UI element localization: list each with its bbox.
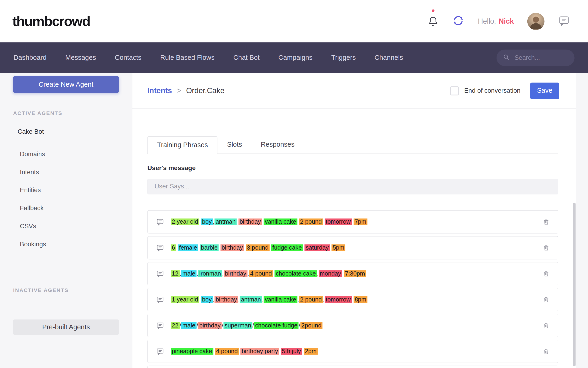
nav-item-messages[interactable]: Messages — [65, 54, 96, 62]
phrase-token[interactable]: male — [181, 322, 197, 329]
phrase-separator — [219, 245, 220, 251]
phrase-separator — [352, 296, 353, 303]
breadcrumb-intents-link[interactable]: Intents — [148, 86, 172, 95]
phrase-token[interactable]: barbie — [200, 245, 219, 251]
delete-phrase-button[interactable] — [543, 296, 550, 304]
phrase-separator — [330, 245, 332, 251]
avatar[interactable] — [527, 12, 545, 30]
phrase-chat-icon — [156, 218, 164, 226]
phrase-token[interactable]: saturday — [305, 245, 330, 251]
phrase-token[interactable]: fudge cake — [271, 245, 303, 251]
phrase-token[interactable]: antman — [240, 296, 262, 303]
brand-logo: thumbcrowd — [12, 13, 90, 29]
sidebar-item-fallback[interactable]: Fallback — [20, 205, 132, 212]
phrase-token[interactable]: boy — [201, 219, 213, 225]
sidebar: Create New Agent ACTIVE AGENTS Cake Bot … — [0, 73, 132, 368]
prebuilt-agents-button[interactable]: Pre-built Agents — [13, 320, 119, 335]
tab-slots[interactable]: Slots — [218, 136, 251, 154]
phrase-token[interactable]: superman — [223, 322, 252, 329]
main-nav: Dashboard Messages Contacts Rule Based F… — [0, 42, 588, 73]
phrase-row: 22/male/birthday/superman/chocolate fudg… — [148, 314, 558, 337]
phrase-token[interactable]: 22 — [171, 322, 180, 329]
nav-item-channels[interactable]: Channels — [375, 54, 403, 62]
user-greeting: Hello, Nick — [478, 17, 514, 26]
sidebar-item-bookings[interactable]: Bookings — [20, 240, 132, 248]
phrase-token[interactable]: birthday — [224, 270, 247, 277]
delete-phrase-button[interactable] — [543, 244, 550, 252]
phrase-token[interactable]: 2 pound — [299, 219, 323, 225]
delete-phrase-button[interactable] — [543, 322, 550, 329]
sidebar-item-csvs[interactable]: CSVs — [20, 223, 132, 230]
phrase-token[interactable]: 7pm — [353, 219, 367, 225]
phrase-token[interactable]: 2 year old — [171, 219, 199, 225]
phrase-text: 12,male,ironman,birthday,4 pound chocola… — [171, 270, 366, 277]
phrase-token[interactable]: 5pm — [332, 245, 345, 251]
nav-item-dashboard[interactable]: Dashboard — [13, 54, 46, 62]
phrase-token[interactable]: 6 — [171, 245, 176, 251]
sidebar-item-domains[interactable]: Domains — [20, 151, 132, 158]
nav-item-contacts[interactable]: Contacts — [115, 54, 141, 62]
phrase-token[interactable]: monday — [318, 270, 342, 277]
messages-button[interactable] — [558, 15, 570, 28]
phrase-text: 1 year old boy,birthday,antman,vanilla c… — [171, 296, 367, 303]
phrase-token[interactable]: 2 pound — [299, 296, 323, 303]
phrase-token[interactable]: pineapple cake — [171, 348, 213, 355]
header-actions: Hello, Nick — [428, 12, 570, 30]
phrase-token[interactable]: ironman — [198, 270, 222, 277]
phrase-token[interactable]: male — [181, 270, 197, 277]
phrase-token[interactable]: 4 pound — [215, 348, 239, 355]
phrase-token[interactable]: tomorrow — [325, 296, 352, 303]
content-header: Intents > Order.Cake End of conversation… — [132, 73, 576, 109]
sidebar-item-entities[interactable]: Entities — [20, 186, 132, 194]
phrase-token[interactable]: chocolate cake — [275, 270, 317, 277]
phrase-row: 1 year old boy,birthday,antman,vanilla c… — [148, 288, 558, 311]
nav-item-campaigns[interactable]: Campaigns — [278, 54, 312, 62]
phrase-row: 2 year old boy,antman birthday vanilla c… — [148, 210, 558, 233]
phrase-token[interactable]: 3 pound — [246, 245, 270, 251]
phrase-token[interactable]: 1 year old — [171, 296, 199, 303]
phrase-token[interactable]: antman — [215, 219, 237, 225]
phrase-token[interactable]: birthday — [238, 219, 262, 225]
phrase-token[interactable]: chocolate fudge — [254, 322, 299, 329]
phrase-token[interactable]: 4 pound — [249, 270, 273, 277]
phrase-row-partial — [148, 366, 558, 368]
sidebar-item-intents[interactable]: Intents — [20, 168, 132, 176]
user-says-input[interactable] — [148, 179, 558, 194]
phrase-token[interactable]: 2pm — [304, 348, 318, 355]
breadcrumb: Intents > Order.Cake — [148, 86, 225, 95]
nav-item-chat-bot[interactable]: Chat Bot — [233, 54, 260, 62]
scrollbar-thumb[interactable] — [573, 203, 576, 366]
phrase-token[interactable]: vanilla cake — [264, 219, 297, 225]
phrase-token[interactable]: 7:30pm — [344, 270, 366, 277]
end-of-conversation-checkbox[interactable] — [450, 86, 459, 95]
phrase-token[interactable]: birthday — [215, 296, 238, 303]
phrase-token[interactable]: boy — [201, 296, 213, 303]
phrase-token[interactable]: 2pound — [300, 322, 323, 329]
tab-training-phrases[interactable]: Training Phrases — [148, 136, 218, 154]
sidebar-item-cake-bot[interactable]: Cake Bot — [18, 128, 132, 135]
notifications-button[interactable] — [428, 15, 439, 27]
phrase-token[interactable]: birthday party — [241, 348, 279, 355]
create-new-agent-button[interactable]: Create New Agent — [13, 76, 119, 93]
phrase-token[interactable]: birthday — [220, 245, 244, 251]
tab-responses[interactable]: Responses — [251, 136, 304, 154]
content-body: Training Phrases Slots Responses User's … — [132, 109, 576, 368]
sync-button[interactable] — [452, 15, 464, 28]
search-input[interactable] — [514, 54, 569, 62]
nav-item-rule-based-flows[interactable]: Rule Based Flows — [160, 54, 215, 62]
phrase-token[interactable]: 12 — [171, 270, 180, 277]
phrase-separator: , — [323, 296, 325, 303]
phrase-token[interactable]: 5th july — [281, 348, 302, 355]
delete-phrase-button[interactable] — [543, 270, 550, 278]
nav-item-triggers[interactable]: Triggers — [331, 54, 356, 62]
save-button[interactable]: Save — [530, 83, 559, 99]
phrase-token[interactable]: tomorrow — [325, 219, 352, 225]
bell-icon — [428, 23, 439, 28]
phrase-token[interactable]: vanilla cake — [264, 296, 297, 303]
delete-phrase-button[interactable] — [543, 218, 550, 226]
delete-phrase-button[interactable] — [543, 347, 550, 355]
phrase-token[interactable]: 8pm — [353, 296, 367, 303]
phrase-token[interactable]: female — [178, 245, 198, 251]
phrase-token[interactable]: birthday — [198, 322, 222, 329]
phrase-separator — [352, 219, 353, 225]
